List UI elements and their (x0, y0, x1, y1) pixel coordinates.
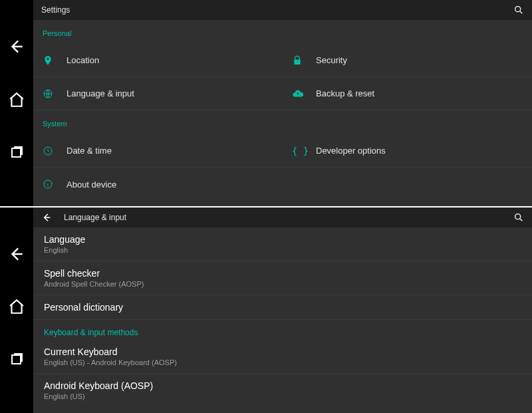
pref-title: Personal dictionary (44, 302, 521, 313)
pref-summary: English (44, 246, 521, 254)
settings-item-label: Language & input (66, 88, 134, 98)
settings-appbar: Settings (33, 0, 532, 20)
appbar-back-button[interactable] (41, 212, 52, 223)
settings-item-label: About device (66, 180, 116, 190)
pref-summary: English (US) (44, 392, 521, 400)
system-navbar (0, 207, 33, 413)
settings-item-developer-options[interactable]: { } Developer options (283, 134, 532, 168)
pref-personal-dictionary[interactable]: Personal dictionary (33, 295, 532, 320)
settings-item-security[interactable]: Security (283, 44, 532, 77)
home-button[interactable] (8, 91, 25, 108)
pref-spell-checker[interactable]: Spell checker Android Spell Checker (AOS… (33, 261, 532, 295)
search-button[interactable] (513, 5, 524, 15)
personal-grid: Location Security Language & input Backu… (33, 44, 532, 110)
braces-icon: { } (292, 146, 316, 156)
pref-title: Spell checker (44, 268, 521, 279)
location-icon (43, 55, 66, 66)
globe-icon (43, 88, 66, 99)
appbar-title: Settings (41, 5, 513, 15)
settings-item-label: Location (66, 55, 99, 65)
home-button[interactable] (8, 298, 25, 315)
pref-title: Language (44, 234, 521, 245)
back-button[interactable] (8, 38, 25, 55)
recents-button[interactable] (8, 144, 25, 162)
svg-point-1 (515, 7, 521, 12)
pref-summary: Android Spell Checker (AOSP) (44, 280, 521, 288)
svg-rect-5 (12, 355, 21, 364)
settings-item-label: Date & time (66, 146, 112, 156)
pref-summary: English (US) - Android Keyboard (AOSP) (44, 358, 521, 366)
appbar-title: Language & input (64, 213, 513, 222)
system-grid: Date & time { } Developer options About … (33, 134, 532, 201)
svg-rect-0 (12, 148, 21, 157)
pref-current-keyboard[interactable]: Current Keyboard English (US) - Android … (33, 343, 532, 374)
language-input-appbar: Language & input (33, 207, 532, 227)
settings-item-date-time[interactable]: Date & time (33, 134, 283, 168)
settings-item-label: Backup & reset (316, 88, 374, 98)
cloud-upload-icon (292, 88, 316, 100)
pref-title: Android Keyboard (AOSP) (44, 380, 521, 391)
settings-item-backup-reset[interactable]: Backup & reset (283, 77, 532, 110)
settings-screen: Settings Personal Location Security (0, 0, 532, 206)
pref-language[interactable]: Language English (33, 227, 532, 261)
pref-android-keyboard[interactable]: Android Keyboard (AOSP) English (US) (33, 374, 532, 407)
svg-point-6 (515, 214, 521, 219)
language-input-content: Language & input Language English Spell … (33, 207, 532, 413)
section-header-personal: Personal (33, 20, 532, 44)
lock-icon (292, 55, 316, 66)
section-header-system: System (33, 110, 532, 134)
section-header-keyboard: Keyboard & input methods (33, 320, 532, 343)
settings-item-location[interactable]: Location (33, 44, 283, 77)
system-navbar (0, 0, 33, 206)
search-button[interactable] (513, 212, 524, 223)
settings-item-about-device[interactable]: About device (33, 168, 532, 201)
language-input-screen: Language & input Language English Spell … (0, 207, 532, 413)
settings-item-language-input[interactable]: Language & input (33, 77, 283, 110)
settings-content: Settings Personal Location Security (33, 0, 532, 206)
clock-icon (43, 146, 66, 156)
back-button[interactable] (8, 245, 25, 263)
recents-button[interactable] (8, 351, 25, 368)
info-icon (43, 179, 66, 190)
settings-item-label: Security (316, 55, 347, 65)
pref-title: Current Keyboard (44, 346, 521, 357)
settings-item-label: Developer options (316, 146, 386, 156)
